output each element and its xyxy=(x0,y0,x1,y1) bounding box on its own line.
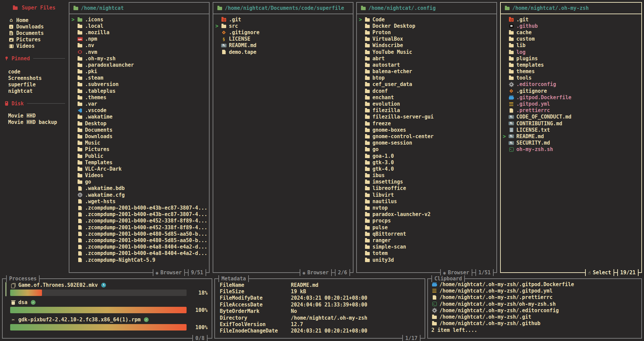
file-row[interactable]: gnome-boxes xyxy=(358,127,495,133)
file-row[interactable]: .vscode xyxy=(71,107,208,114)
file-row[interactable]: .oh-my-zsh xyxy=(71,55,208,62)
file-row[interactable]: gtk-3.0 xyxy=(358,159,495,166)
file-row[interactable]: go xyxy=(71,179,208,185)
file-row[interactable]: Docker Desktop xyxy=(358,23,495,29)
file-row[interactable]: .editorconfig xyxy=(502,81,640,88)
file-row[interactable]: VLC-Arc-Dark xyxy=(71,166,208,172)
file-row[interactable]: M↓README.md xyxy=(215,42,351,49)
file-row[interactable]: >.icons xyxy=(71,16,208,23)
file-row[interactable]: log xyxy=(502,49,640,55)
file-row[interactable]: .subversion xyxy=(71,81,208,88)
file-row[interactable]: cef_user_data xyxy=(358,81,495,88)
file-row[interactable]: totem xyxy=(358,250,495,257)
sidebar-pinned-item[interactable]: superfile xyxy=(8,81,68,88)
file-row[interactable]: lib xyxy=(502,42,640,49)
file-row[interactable]: .zcompdump-NightCat-5.9 xyxy=(71,257,208,263)
file-row[interactable]: filezilla xyxy=(358,107,495,114)
file-row[interactable]: enchant xyxy=(358,94,495,101)
file-row[interactable]: .var xyxy=(71,101,208,107)
file-row[interactable]: .mozilla xyxy=(71,29,208,36)
file-row[interactable]: abrt xyxy=(358,55,495,62)
file-row[interactable]: .zcompdump-2001-b400-e452-338f-8f89-4... xyxy=(71,218,208,224)
file-row[interactable]: .gitignore xyxy=(502,88,640,94)
file-row[interactable]: .tableplus xyxy=(71,88,208,94)
file-row[interactable]: btop xyxy=(358,75,495,81)
sidebar-pinned-item[interactable]: Screenshots xyxy=(8,75,68,81)
file-row[interactable]: Music xyxy=(71,140,208,146)
file-row[interactable]: paradox-launcher-v2 xyxy=(358,211,495,218)
sidebar-pinned-item[interactable]: code xyxy=(8,68,68,75)
file-row[interactable]: .zcompdump-2001-b400-e43b-ec87-3807-4... xyxy=(71,211,208,218)
file-row[interactable]: filezilla-server-gui xyxy=(358,114,495,120)
file-row[interactable]: >M↓README.md xyxy=(502,133,640,140)
file-row[interactable]: .local xyxy=(71,23,208,29)
sidebar-item-home[interactable]: ⌂Home xyxy=(8,17,68,23)
file-row[interactable]: YouTube Music xyxy=(358,49,495,55)
file-row[interactable]: Proton xyxy=(358,29,495,36)
sidebar-pinned-item[interactable]: nightcat xyxy=(8,88,68,94)
file-row[interactable]: gtk-4.0 xyxy=(358,166,495,172)
file-row[interactable]: autostart xyxy=(358,62,495,68)
file-row[interactable]: gnome-control-center xyxy=(358,133,495,140)
file-row[interactable]: unity3d xyxy=(358,257,495,263)
file-row[interactable]: M↓SECURITY.md xyxy=(502,140,640,146)
file-row[interactable]: .zcompdump-2001-b400-e43b-ec87-3807-4... xyxy=(71,205,208,211)
file-row[interactable]: .git xyxy=(502,16,640,23)
file-row[interactable]: >_oh-my-zsh.sh xyxy=(502,146,640,153)
file-row[interactable]: Windscribe xyxy=(358,42,495,49)
file-row[interactable]: templates xyxy=(502,62,640,68)
file-row[interactable]: .gitpod.yml xyxy=(502,101,640,107)
file-row[interactable]: .wakatime.bdb xyxy=(71,185,208,192)
sidebar-disk-item[interactable]: Movie HHD xyxy=(8,113,68,119)
file-row[interactable]: dconf xyxy=(358,88,495,94)
file-row[interactable]: tools xyxy=(502,75,640,81)
file-row[interactable]: .wakatime.cfg xyxy=(71,192,208,198)
file-row[interactable]: qBittorrent xyxy=(358,231,495,237)
file-row[interactable]: Videos xyxy=(71,172,208,179)
file-row[interactable]: goa-1.0 xyxy=(358,153,495,159)
file-row[interactable]: Pictures xyxy=(71,146,208,153)
file-row[interactable]: .zcompdump-2001-b400-e480-5d85-aa50-b... xyxy=(71,231,208,237)
file-row[interactable]: M↓CODE_OF_CONDUCT.md xyxy=(502,114,640,120)
file-row[interactable]: imsettings xyxy=(358,179,495,185)
file-row[interactable]: Templates xyxy=(71,159,208,166)
file-row[interactable]: .steam xyxy=(71,75,208,81)
file-row[interactable]: demo.tape xyxy=(215,49,351,55)
file-row[interactable]: .pki xyxy=(71,68,208,75)
file-row[interactable]: gnome-session xyxy=(358,140,495,146)
file-row[interactable]: freeze xyxy=(358,120,495,127)
file-row[interactable]: .nvm xyxy=(71,49,208,55)
file-row[interactable]: Downloads xyxy=(71,133,208,140)
file-row[interactable]: libreoffice xyxy=(358,185,495,192)
file-row[interactable]: custom xyxy=(502,36,640,42)
file-row[interactable]: M↓CONTRIBUTING.md xyxy=(502,120,640,127)
file-row[interactable]: .git xyxy=(215,16,351,23)
file-row[interactable]: VirtualBox xyxy=(358,36,495,42)
file-row[interactable]: >src xyxy=(215,23,351,29)
file-row[interactable]: ranger xyxy=(358,237,495,243)
file-row[interactable]: plugins xyxy=(502,55,640,62)
file-row[interactable]: .prettierrc xyxy=(502,107,640,114)
file-row[interactable]: .gitignore xyxy=(215,29,351,36)
file-row[interactable]: balena-etcher xyxy=(358,68,495,75)
file-row[interactable]: cache xyxy=(502,29,640,36)
file-row[interactable]: .zcompdump-2001-b400-e4a8-8404-e4a2-d... xyxy=(71,244,208,250)
file-row[interactable]: .github xyxy=(502,23,640,29)
sidebar-item-videos[interactable]: Videos xyxy=(8,43,68,49)
file-row[interactable]: ibus xyxy=(358,172,495,179)
sidebar-item-documents[interactable]: Documents xyxy=(8,30,68,36)
sidebar-item-downloads[interactable]: ↓Downloads xyxy=(8,23,68,30)
file-row[interactable]: .wget-hsts xyxy=(71,198,208,205)
file-row[interactable]: evolution xyxy=(358,101,495,107)
file-row[interactable]: nvtop xyxy=(358,205,495,211)
file-row[interactable]: .zcompdump-2001-b400-e4a8-8404-e4a2-d... xyxy=(71,250,208,257)
file-row[interactable]: pulse xyxy=(358,224,495,231)
file-row[interactable]: nautilus xyxy=(358,198,495,205)
file-row[interactable]: npm.npm xyxy=(71,36,208,42)
sidebar-disk-item[interactable]: Movie HHD backup xyxy=(8,119,68,126)
file-row[interactable]: .wakatime xyxy=(71,114,208,120)
file-row[interactable]: .zcompdump-2001-b400-e452-338f-8f89-4... xyxy=(71,224,208,231)
file-row[interactable]: themes xyxy=(502,68,640,75)
file-row[interactable]: LICENSE.txt xyxy=(502,127,640,133)
file-row[interactable]: §LICENSE xyxy=(215,36,351,42)
